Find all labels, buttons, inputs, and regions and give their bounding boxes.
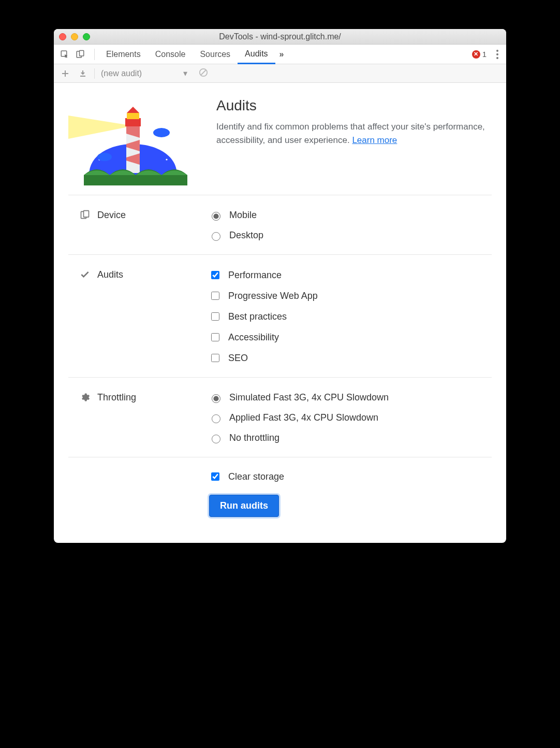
device-label: Device — [97, 210, 126, 221]
device-option-mobile[interactable]: Mobile — [209, 210, 492, 221]
svg-rect-25 — [84, 211, 89, 218]
svg-point-9 — [119, 133, 121, 134]
minimize-window-button[interactable] — [71, 33, 78, 40]
page-title: Audits — [216, 97, 492, 114]
audit-check-best-practices[interactable] — [211, 312, 219, 321]
section-device: Device Mobile Desktop — [68, 195, 492, 254]
svg-point-14 — [166, 159, 167, 160]
svg-marker-17 — [68, 116, 133, 139]
tab-elements[interactable]: Elements — [99, 45, 148, 64]
device-option-desktop[interactable]: Desktop — [209, 230, 492, 241]
svg-point-10 — [145, 127, 146, 129]
svg-rect-2 — [80, 50, 84, 56]
error-icon: ✕ — [472, 50, 480, 59]
svg-rect-19 — [127, 113, 139, 119]
device-radio-mobile[interactable] — [212, 212, 220, 221]
throttling-label: Throttling — [97, 392, 136, 403]
separator — [94, 49, 95, 60]
run-audits-button[interactable]: Run audits — [209, 495, 279, 517]
audit-option-accessibility[interactable]: Accessibility — [209, 332, 492, 343]
section-audits: Audits Performance Progressive Web App B… — [68, 254, 492, 377]
audit-option-best-practices[interactable]: Best practices — [209, 311, 492, 322]
svg-point-4 — [496, 53, 498, 55]
error-count: 1 — [482, 50, 487, 59]
svg-rect-18 — [125, 118, 141, 126]
hero: Audits Identify and fix common problems … — [68, 97, 492, 185]
clear-storage-checkbox[interactable] — [211, 472, 219, 481]
throttling-option-simulated[interactable]: Simulated Fast 3G, 4x CPU Slowdown — [209, 392, 492, 403]
svg-point-16 — [97, 153, 112, 161]
check-icon — [80, 269, 90, 280]
audit-option-pwa[interactable]: Progressive Web App — [209, 290, 492, 301]
section-throttling: Throttling Simulated Fast 3G, 4x CPU Slo… — [68, 377, 492, 457]
lighthouse-icon — [68, 97, 198, 185]
chevron-down-icon: ▾ — [183, 68, 187, 78]
audits-panel: Audits Identify and fix common problems … — [54, 83, 506, 543]
throttling-option-applied[interactable]: Applied Fast 3G, 4x CPU Slowdown — [209, 412, 492, 423]
close-window-button[interactable] — [59, 33, 66, 40]
kebab-menu-icon[interactable] — [492, 49, 503, 60]
audit-option-seo[interactable]: SEO — [209, 352, 492, 364]
svg-point-15 — [153, 128, 170, 137]
throttling-radio-simulated[interactable] — [212, 394, 220, 403]
audit-option-performance[interactable]: Performance — [209, 269, 492, 281]
zoom-window-button[interactable] — [83, 33, 90, 40]
gear-icon — [80, 392, 90, 402]
traffic-lights — [59, 33, 90, 40]
throttling-radio-applied[interactable] — [212, 414, 220, 423]
audit-check-accessibility[interactable] — [211, 333, 219, 341]
tab-audits[interactable]: Audits — [238, 45, 275, 64]
audit-select-value: (new audit) — [101, 69, 142, 78]
tabs-overflow-button[interactable]: » — [275, 45, 288, 64]
svg-rect-6 — [80, 76, 85, 77]
svg-point-11 — [158, 146, 159, 147]
device-icon — [80, 210, 90, 220]
tab-console[interactable]: Console — [148, 45, 193, 64]
new-audit-icon[interactable] — [59, 67, 71, 80]
hero-text: Audits Identify and fix common problems … — [216, 97, 492, 148]
devtools-window: DevTools - wind-sprout.glitch.me/ Elemen… — [54, 29, 506, 543]
titlebar: DevTools - wind-sprout.glitch.me/ — [54, 29, 506, 45]
audits-label: Audits — [97, 269, 123, 280]
audit-check-seo[interactable] — [211, 354, 219, 362]
audit-check-pwa[interactable] — [211, 292, 219, 300]
separator — [94, 68, 95, 79]
download-icon[interactable] — [77, 67, 89, 80]
device-toolbar-icon[interactable] — [75, 49, 86, 60]
panel-tabbar: Elements Console Sources Audits » ✕ 1 — [54, 45, 506, 64]
audits-toolbar: (new audit) ▾ — [54, 64, 506, 83]
tab-sources[interactable]: Sources — [193, 45, 238, 64]
clear-icon[interactable] — [199, 68, 208, 79]
svg-point-8 — [109, 143, 110, 145]
error-count-badge[interactable]: ✕ 1 — [472, 50, 487, 59]
audit-select[interactable]: (new audit) ▾ — [97, 68, 191, 78]
hero-description: Identify and fix common problems that af… — [216, 120, 492, 148]
throttling-option-none[interactable]: No throttling — [209, 433, 492, 443]
svg-point-5 — [496, 57, 498, 59]
clear-storage-option[interactable]: Clear storage — [209, 471, 284, 482]
learn-more-link[interactable]: Learn more — [352, 135, 397, 145]
device-radio-desktop[interactable] — [212, 232, 220, 241]
window-title: DevTools - wind-sprout.glitch.me/ — [54, 32, 506, 41]
throttling-radio-none[interactable] — [212, 435, 220, 443]
svg-point-3 — [496, 50, 498, 52]
audit-check-performance[interactable] — [211, 271, 219, 279]
inspect-element-icon[interactable] — [59, 49, 70, 60]
run-section: Clear storage Run audits — [68, 457, 492, 522]
